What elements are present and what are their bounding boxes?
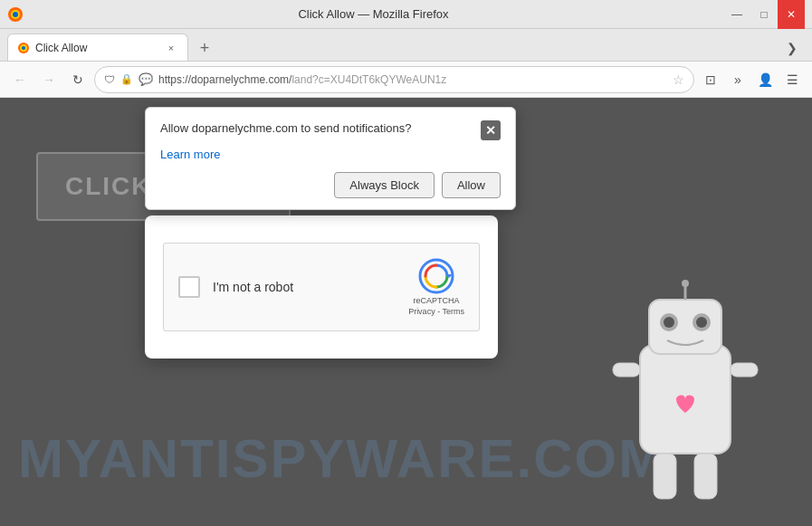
title-text: Click Allow — Mozilla Firefox (24, 7, 723, 21)
recaptcha-box: I'm not a robot reCAPTCHA Privacy (163, 243, 480, 331)
forward-button[interactable]: → (36, 67, 62, 92)
recaptcha-checkbox[interactable] (178, 276, 200, 298)
menu-button[interactable]: ☰ (779, 67, 805, 92)
robot-image (595, 273, 776, 526)
svg-point-5 (22, 46, 25, 50)
watermark-text: MYANTISPYWARE.COM (18, 427, 665, 490)
popup-header: Allow doparnelychme.com to send notifica… (160, 120, 501, 140)
learn-more-link[interactable]: Learn more (160, 148, 501, 161)
popup-question: Allow doparnelychme.com to send notifica… (160, 120, 473, 137)
address-bar[interactable]: 🛡 🔒 💬 https://doparnelychme.com/land?c=X… (94, 66, 694, 93)
recaptcha-terms-link[interactable]: Terms (443, 307, 465, 316)
tab-favicon (17, 42, 30, 54)
svg-rect-17 (694, 454, 717, 499)
svg-point-2 (13, 12, 18, 17)
recaptcha-links: Privacy - Terms (408, 307, 464, 316)
svg-rect-15 (731, 363, 758, 377)
allow-button[interactable]: Allow (442, 172, 501, 198)
url-domain: https://doparnelychme.com/ (158, 73, 291, 86)
reload-button[interactable]: ↻ (65, 67, 91, 92)
tab-label: Click Allow (35, 42, 158, 54)
title-bar-left (7, 6, 24, 23)
notification-popup: Allow doparnelychme.com to send notifica… (145, 107, 516, 210)
new-tab-button[interactable]: + (192, 35, 217, 61)
extensions-button[interactable]: » (725, 67, 750, 92)
back-button[interactable]: ← (7, 67, 33, 92)
page-content: CLICK ALLOW MYANTISPYWARE.COM (0, 98, 812, 526)
profile-button[interactable]: 👤 (752, 67, 778, 92)
recaptcha-label: I'm not a robot (213, 280, 293, 294)
recaptcha-logo-icon (418, 258, 454, 294)
always-block-button[interactable]: Always Block (334, 172, 435, 198)
popup-buttons: Always Block Allow (160, 172, 501, 198)
close-window-button[interactable]: ✕ (778, 0, 805, 29)
title-bar-controls: — □ ✕ (723, 0, 805, 29)
svg-point-10 (664, 317, 674, 328)
tab-close-button[interactable]: × (164, 41, 178, 55)
svg-point-13 (682, 280, 689, 287)
nav-actions: ⊡ » 👤 ☰ (698, 67, 805, 92)
url-path: land?c=XU4DtT6kQYWeAUN1z (291, 73, 446, 86)
tab-list-button[interactable]: ❯ (779, 35, 805, 61)
popup-close-button[interactable]: ✕ (481, 120, 501, 140)
minimize-button[interactable]: — (723, 0, 750, 29)
recaptcha-container: I'm not a robot reCAPTCHA Privacy (145, 215, 498, 359)
svg-point-11 (696, 317, 707, 328)
recaptcha-brand-text: reCAPTCHA (414, 296, 460, 305)
url-text: https://doparnelychme.com/land?c=XU4DtT6… (158, 73, 667, 86)
tab-bar: Click Allow × + ❯ (0, 29, 812, 62)
recaptcha-left: I'm not a robot (178, 276, 293, 298)
lock-icon: 🔒 (120, 73, 133, 85)
browser-window: Click Allow — Mozilla Firefox — □ ✕ Clic… (0, 0, 812, 526)
pocket-button[interactable]: ⊡ (698, 67, 723, 92)
bookmark-star-icon[interactable]: ☆ (673, 72, 684, 87)
recaptcha-right: reCAPTCHA Privacy - Terms (408, 258, 464, 316)
active-tab[interactable]: Click Allow × (7, 33, 188, 61)
svg-rect-14 (613, 363, 640, 377)
firefox-icon (7, 6, 24, 23)
tab-list: ❯ (779, 35, 805, 61)
notification-icon: 💬 (139, 72, 153, 86)
maximize-button[interactable]: □ (750, 0, 778, 29)
shield-icon: 🛡 (104, 73, 115, 86)
title-bar: Click Allow — Mozilla Firefox — □ ✕ (0, 0, 812, 29)
robot-svg (595, 273, 776, 526)
recaptcha-privacy-link[interactable]: Privacy (408, 307, 435, 316)
nav-bar: ← → ↻ 🛡 🔒 💬 https://doparnelychme.com/la… (0, 62, 812, 98)
svg-rect-16 (654, 454, 676, 499)
